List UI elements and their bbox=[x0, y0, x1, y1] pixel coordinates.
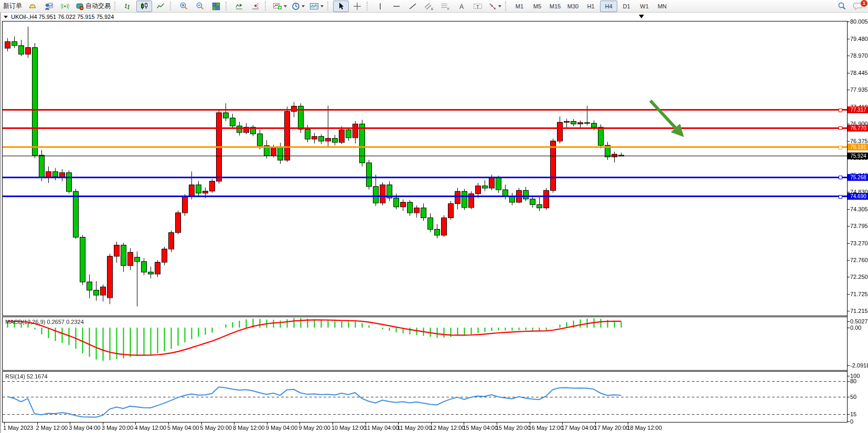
timeframe-m30[interactable]: M30 bbox=[564, 1, 582, 12]
hline-76.770[interactable] bbox=[3, 127, 847, 129]
trendline-button[interactable] bbox=[405, 1, 421, 12]
toolbar-separator bbox=[114, 2, 117, 10]
toolbar-separator bbox=[327, 2, 330, 10]
templates-button[interactable] bbox=[307, 1, 326, 12]
dropdown-caret-icon bbox=[284, 5, 287, 7]
timeframe-m1[interactable]: M1 bbox=[511, 1, 528, 12]
macd-axis-label: 0.5027 bbox=[850, 318, 868, 324]
timeframe-m15[interactable]: M15 bbox=[546, 1, 564, 12]
price-badge: 75.924 bbox=[848, 153, 868, 159]
timeframe-m5[interactable]: M5 bbox=[529, 1, 546, 12]
macd-axis-label: -2.0918 bbox=[850, 362, 868, 369]
chart-title-bar: UKOil-,H4 75.951 76.022 75.915 75.924 bbox=[1, 13, 868, 21]
price-tick-label: 77.935 bbox=[850, 86, 868, 93]
zoom-out-icon bbox=[196, 2, 205, 10]
zoom-in-icon bbox=[179, 2, 188, 10]
notifications-button[interactable]: 1 bbox=[850, 1, 866, 12]
time-axis-label: 2 May 12:00 bbox=[36, 425, 68, 431]
hline-77.317[interactable] bbox=[3, 109, 847, 111]
svg-text:A: A bbox=[459, 3, 464, 10]
search-button[interactable] bbox=[834, 1, 850, 12]
new-order-label: 新订单 bbox=[3, 2, 22, 10]
main-toolbar: 新订单 自动交易 bbox=[0, 0, 868, 13]
cursor-icon bbox=[337, 2, 345, 10]
line-chart-button[interactable] bbox=[153, 1, 168, 12]
line-chart-icon bbox=[156, 2, 165, 10]
chart-shift-marker-icon[interactable] bbox=[639, 15, 644, 18]
macd-pane[interactable] bbox=[2, 317, 848, 371]
price-tick-label: 72.250 bbox=[850, 274, 868, 280]
text-icon: A bbox=[458, 2, 465, 10]
chart-shift-button[interactable] bbox=[248, 1, 263, 12]
price-tick-label: 74.305 bbox=[850, 206, 868, 212]
hline-handle[interactable] bbox=[839, 195, 842, 199]
zoom-out-button[interactable] bbox=[192, 1, 208, 12]
channel-button[interactable]: E bbox=[421, 1, 437, 12]
hline-75.924[interactable] bbox=[3, 156, 847, 156]
bar-chart-button[interactable] bbox=[120, 1, 136, 12]
hline-handle[interactable] bbox=[839, 176, 842, 179]
hline-handle[interactable] bbox=[839, 126, 842, 130]
label-button[interactable]: T bbox=[470, 1, 486, 12]
hline-handle[interactable] bbox=[839, 146, 842, 149]
time-axis-label: 1 May 2023 bbox=[3, 425, 33, 431]
arrows-icon bbox=[488, 2, 497, 10]
hline-74.690[interactable] bbox=[3, 196, 847, 197]
hline-icon bbox=[392, 2, 401, 10]
profile-button[interactable] bbox=[41, 1, 57, 12]
fibonacci-button[interactable]: F bbox=[437, 1, 453, 12]
time-axis-label: 18 May 12:00 bbox=[627, 425, 662, 431]
hline-button[interactable] bbox=[389, 1, 404, 12]
chart-window: UKOil-,H4 75.951 76.022 75.915 75.924 MA… bbox=[0, 13, 868, 433]
timeframe-h4[interactable]: H4 bbox=[600, 1, 617, 12]
chart-title: UKOil-,H4 75.951 76.022 75.915 75.924 bbox=[11, 14, 114, 20]
time-axis-label: 15 May 04:00 bbox=[463, 425, 498, 431]
candlestick-chart-button[interactable] bbox=[136, 1, 152, 12]
candlestick-chart-icon bbox=[140, 2, 148, 10]
timeframe-w1[interactable]: W1 bbox=[636, 1, 653, 12]
price-tick-label: 73.270 bbox=[850, 240, 868, 246]
new-order-button[interactable]: 新订单 bbox=[1, 1, 24, 12]
price-tick-label: 78.445 bbox=[850, 70, 868, 76]
auto-scroll-button[interactable] bbox=[231, 1, 247, 12]
price-pane[interactable] bbox=[2, 21, 848, 316]
hline-76.191[interactable] bbox=[3, 146, 847, 148]
ingot-icon bbox=[28, 2, 37, 10]
cursor-button[interactable] bbox=[333, 1, 349, 12]
text-button[interactable]: A bbox=[454, 1, 469, 12]
gold-button[interactable] bbox=[25, 1, 40, 12]
timeframe-mn[interactable]: MN bbox=[653, 1, 671, 12]
zoom-in-button[interactable] bbox=[176, 1, 191, 12]
auto-scroll-icon bbox=[235, 2, 243, 10]
price-badge: 77.317 bbox=[848, 106, 868, 113]
rsi-axis-label: 50 bbox=[850, 394, 856, 400]
rsi-pane[interactable] bbox=[2, 371, 848, 423]
periods-button[interactable] bbox=[290, 1, 307, 12]
add-indicator-button[interactable] bbox=[271, 1, 289, 12]
time-axis-label: 10 May 12:00 bbox=[331, 425, 367, 431]
arrows-button[interactable] bbox=[486, 1, 503, 12]
time-axis-label: 11 May 20:00 bbox=[397, 425, 432, 431]
dropdown-caret-icon bbox=[302, 5, 305, 7]
timeframe-h1[interactable]: H1 bbox=[582, 1, 599, 12]
signal-button[interactable] bbox=[57, 1, 73, 12]
toolbar-separator bbox=[226, 2, 229, 10]
timeframe-d1[interactable]: D1 bbox=[618, 1, 635, 12]
crosshair-icon bbox=[353, 2, 361, 10]
toolbar-separator bbox=[505, 2, 508, 10]
hline-75.268[interactable] bbox=[3, 177, 847, 178]
svg-text:E: E bbox=[431, 7, 433, 10]
crosshair-button[interactable] bbox=[349, 1, 365, 12]
vline-button[interactable] bbox=[372, 1, 388, 12]
tile-windows-button[interactable] bbox=[208, 1, 224, 12]
rsi-indicator-label: RSI(14) 52.1674 bbox=[5, 373, 48, 380]
time-axis-label: 5 May 04:00 bbox=[167, 425, 199, 431]
time-axis-label: 3 May 20:00 bbox=[102, 425, 134, 431]
price-badge: 75.268 bbox=[848, 174, 868, 181]
time-axis-label: 4 May 12:00 bbox=[134, 425, 166, 431]
macd-axis-label: 0.00 bbox=[850, 324, 861, 331]
template-icon bbox=[309, 2, 319, 10]
collapse-triangle-icon[interactable] bbox=[4, 16, 8, 18]
auto-trading-button[interactable]: 自动交易 bbox=[73, 1, 113, 12]
hline-handle[interactable] bbox=[839, 109, 842, 112]
